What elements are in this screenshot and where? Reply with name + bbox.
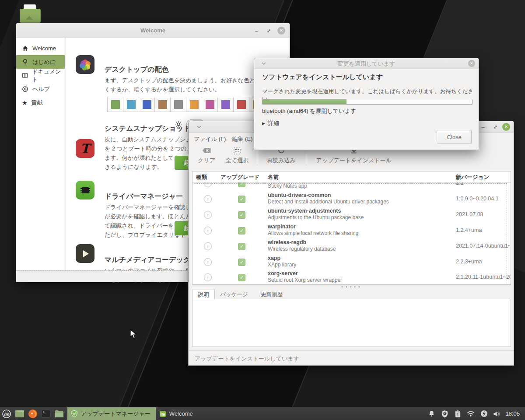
dialog-heading: ソフトウェアをインストールしています	[262, 73, 383, 81]
update-manager-statusbar: アップデートをインストールしています	[189, 350, 514, 367]
color-swatch-blue[interactable]	[139, 97, 155, 112]
sidebar-item-documentation[interactable]: ドキュメント	[16, 69, 65, 82]
column-upgrade[interactable]: アップグレード	[220, 174, 259, 181]
color-swatch-red[interactable]	[233, 97, 249, 112]
color-swatch-grey[interactable]	[170, 97, 186, 112]
files-launcher[interactable]	[52, 407, 66, 420]
desktop-colors-icon	[76, 55, 94, 74]
sidebar-item-help[interactable]: ヘルプ	[16, 82, 65, 96]
network-wifi-icon[interactable]	[465, 407, 476, 420]
codecs-icon	[76, 244, 94, 263]
upgrade-checkbox[interactable]: ✓	[238, 211, 245, 219]
clear-icon	[194, 145, 219, 156]
welcome-app-icon: lm	[159, 410, 166, 417]
dialog-close-button[interactable]: Close	[437, 130, 472, 144]
welcome-sidebar: Welcome はじめに ドキュメント ヘルプ ★ 貢献	[16, 38, 65, 270]
drivers-text-2: が必要かを確認します。ほとんどの	[105, 212, 197, 221]
power-icon[interactable]	[478, 407, 490, 420]
colors-section-text-2: くするか、暗くするかを選択してください。	[105, 85, 220, 94]
upgrade-checkbox[interactable]: ✓	[238, 274, 245, 281]
color-swatch-pink[interactable]	[202, 97, 218, 112]
tab-packages[interactable]: パッケージ	[216, 290, 252, 299]
maximize-button[interactable]	[491, 122, 500, 131]
upgrade-checkbox[interactable]: ✓	[238, 227, 245, 234]
terminal-icon: $_	[41, 410, 51, 418]
table-row[interactable]: ↑ ✓ wireless-regdb Wireless regulatory d…	[192, 238, 511, 254]
select-all-button[interactable]: 全て選択	[221, 145, 253, 168]
maximize-button[interactable]	[264, 26, 273, 35]
firefox-icon	[28, 409, 38, 419]
updates-table-rows: ↑ ✓ Sticky Notes app 1.2 ↑ ✓ ubuntu-driv…	[192, 182, 511, 284]
upgrade-type-icon: ↑	[204, 273, 212, 281]
table-row[interactable]: ↑ ✓ warpinator Allows simple local netwo…	[192, 223, 511, 238]
tab-description[interactable]: 説明	[192, 290, 215, 299]
color-swatch-aqua[interactable]	[123, 97, 139, 112]
column-type[interactable]: 種類	[196, 174, 207, 181]
colors-section-text-1: まず、デスクトップの配色を決めましょう。お好きな色と、全	[105, 76, 266, 85]
upgrade-checkbox[interactable]: ✓	[238, 196, 245, 203]
focus-row-outline	[194, 183, 507, 184]
color-swatch-green[interactable]	[107, 97, 123, 112]
color-swatch-orange[interactable]	[186, 97, 202, 112]
close-button[interactable]: ✕	[467, 59, 476, 68]
snapshot-text-2: を 2 つとブート時の分を 2 つのス	[105, 144, 192, 153]
close-button[interactable]: ✕	[277, 26, 286, 35]
desktop-computer-icon[interactable]	[20, 4, 41, 24]
reports-tray-icon[interactable]: !	[452, 407, 463, 420]
upgrade-type-icon: ↑	[204, 258, 212, 266]
firefox-launcher[interactable]	[26, 407, 39, 420]
table-row[interactable]: ↑ ✓ Sticky Notes app 1.2	[192, 182, 511, 191]
upgrade-checkbox[interactable]: ✓	[238, 259, 245, 266]
minimize-button[interactable]: –	[479, 122, 487, 131]
sidebar-item-getting-started[interactable]: はじめに	[16, 55, 65, 69]
clock[interactable]: 18:05	[504, 410, 522, 417]
dialog-titlebar[interactable]: 変更を適用しています ✕	[254, 58, 479, 69]
table-row[interactable]: ↑ ✓ ubuntu-system-adjustments Adjustment…	[192, 207, 511, 223]
upgrade-type-icon: ↑	[204, 227, 212, 234]
terminal-launcher[interactable]: $_	[39, 407, 52, 420]
desktop-window-icon	[15, 410, 24, 418]
column-new-version[interactable]: 新バージョン	[456, 174, 489, 181]
table-row[interactable]: ↑ ✓ xorg-server Setuid root Xorg server …	[192, 270, 511, 284]
window-menu-chevron-icon[interactable]	[195, 122, 203, 131]
table-row[interactable]: ↑ ✓ xapp XApp library 2.2.3+uma	[192, 254, 511, 270]
show-desktop-button[interactable]	[13, 407, 26, 420]
update-manager-window: – ✕ ファイル (F) 編集 (E) クリア 全て選択	[188, 121, 514, 366]
column-name[interactable]: 名前	[268, 174, 279, 181]
menu-edit[interactable]: 編集 (E)	[232, 135, 252, 143]
notifications-icon[interactable]	[426, 407, 437, 420]
mouse-cursor	[130, 329, 138, 340]
table-row[interactable]: ↑ ✓ ubuntu-drivers-common Detect and ins…	[192, 191, 511, 207]
color-swatch-brown[interactable]	[154, 97, 171, 112]
status-text: アップデートをインストールしています	[195, 355, 299, 363]
details-expander[interactable]: ▶ 詳細	[262, 119, 279, 127]
taskbar-task-welcome[interactable]: lm Welcome	[156, 407, 198, 420]
sidebar-item-welcome[interactable]: Welcome	[16, 42, 65, 55]
svg-text:!: !	[457, 412, 459, 416]
mint-menu-button[interactable]: lm	[0, 407, 13, 420]
select-all-icon	[221, 145, 253, 156]
update-manager-tray-icon[interactable]	[439, 407, 450, 420]
taskbar-task-update-manager[interactable]: アップデートマネージャー	[67, 407, 156, 420]
minimize-button[interactable]: –	[252, 26, 261, 35]
menu-file[interactable]: ファイル (F)	[194, 135, 226, 143]
welcome-titlebar[interactable]: Welcome – ✕	[16, 23, 290, 38]
close-button[interactable]: ✕	[502, 122, 511, 131]
tab-history[interactable]: 更新履歴	[253, 290, 290, 299]
welcome-window-title: Welcome	[16, 27, 290, 34]
description-panel	[192, 299, 511, 347]
snapshot-section-title: システムスナップショット	[105, 124, 191, 133]
color-swatch-purple[interactable]	[217, 97, 234, 112]
pane-splitter-handle[interactable]: • • • • •	[189, 285, 514, 289]
accent-color-palette	[108, 97, 265, 112]
home-icon	[22, 45, 28, 52]
timeshift-icon: T	[76, 139, 94, 158]
mint-logo-icon: lm	[2, 409, 11, 419]
taskbar: lm $_ アップデートマネージャー lm Welcome	[0, 407, 525, 420]
sidebar-item-contribute[interactable]: ★ 貢献	[16, 96, 65, 109]
upgrade-checkbox[interactable]: ✓	[238, 243, 245, 250]
updates-table-header: 種類 アップグレード 名前 新バージョン	[192, 172, 511, 183]
volume-icon[interactable]	[491, 407, 503, 420]
apply-changes-dialog: 変更を適用しています ✕ ソフトウェアをインストールしています マークされた変更…	[254, 58, 479, 150]
clear-button[interactable]: クリア	[194, 145, 219, 168]
